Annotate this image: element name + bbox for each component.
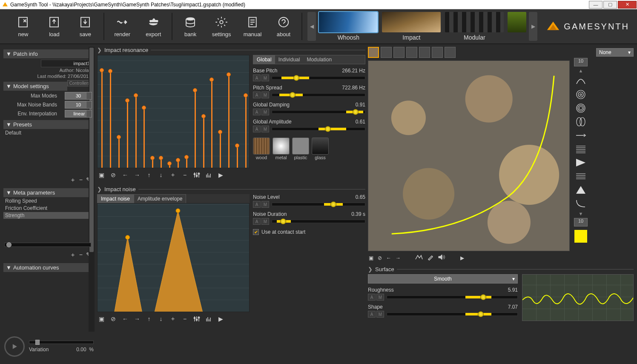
double-spiral-icon[interactable] xyxy=(574,102,588,114)
roughness-slider[interactable] xyxy=(387,295,518,299)
material-plastic[interactable]: plastic xyxy=(292,138,309,161)
res-add-icon[interactable]: ＋ xyxy=(169,171,177,179)
play-button[interactable] xyxy=(4,336,25,357)
texture-slot-4[interactable] xyxy=(406,47,417,58)
render-button[interactable]: render xyxy=(108,12,137,41)
canvas-clear-icon[interactable]: ⊘ xyxy=(378,255,382,261)
noise-sliders-icon[interactable] xyxy=(192,315,201,323)
section-model-settings[interactable]: ▼ Model settings xyxy=(3,82,67,91)
noise-up-icon[interactable]: ↑ xyxy=(145,315,153,323)
canvas-select-icon[interactable]: ▣ xyxy=(369,255,373,261)
amplitude-slider[interactable] xyxy=(272,127,365,131)
material-glass[interactable]: glass xyxy=(312,138,329,161)
noise-graph[interactable] xyxy=(97,203,250,312)
tab-amp-envelope[interactable]: Amplitude envelope xyxy=(134,194,186,203)
burst-tool-icon[interactable] xyxy=(574,184,588,196)
curve-tool-icon[interactable] xyxy=(574,198,588,209)
canvas-next-icon[interactable]: → xyxy=(396,255,401,261)
close-button[interactable]: ✕ xyxy=(618,1,637,9)
noise-add-icon[interactable]: ＋ xyxy=(169,315,177,323)
load-button[interactable]: load xyxy=(40,12,69,41)
texture-slot-6[interactable] xyxy=(432,47,443,58)
left-scrollbar[interactable] xyxy=(89,47,95,332)
max-noise-input[interactable]: 10 xyxy=(65,101,92,109)
meta-item-friction[interactable]: Friction Coefficient xyxy=(3,205,92,212)
section-meta[interactable]: ▼ Meta parameters xyxy=(3,188,92,197)
noise-eq-icon[interactable] xyxy=(204,315,213,323)
res-left-icon[interactable]: ← xyxy=(121,171,129,179)
noise-down-icon[interactable]: ↓ xyxy=(157,315,165,323)
preset-remove-icon[interactable]: − xyxy=(79,176,83,184)
env-interp-select[interactable]: linear xyxy=(65,110,92,118)
meta-remove-icon[interactable]: − xyxy=(79,251,83,259)
texture-slot-3[interactable] xyxy=(393,47,405,58)
noise-level-slider[interactable] xyxy=(272,203,365,206)
texture-slot-5[interactable] xyxy=(419,47,430,58)
base-pitch-slider[interactable] xyxy=(272,76,365,80)
tab-scroll-left[interactable]: ◀ xyxy=(307,12,316,41)
save-button[interactable]: save xyxy=(71,12,100,41)
res-right-icon[interactable]: → xyxy=(133,171,141,179)
settings-button[interactable]: settings xyxy=(207,12,236,41)
material-metal[interactable]: metal xyxy=(273,138,290,161)
texture-canvas[interactable] xyxy=(368,60,570,251)
tab-extra[interactable] xyxy=(507,12,527,41)
res-play-icon[interactable]: ▶ xyxy=(216,171,225,179)
noise-play-icon[interactable]: ▶ xyxy=(216,315,225,323)
resonance-graph[interactable] xyxy=(97,55,250,168)
scroll-down-icon[interactable]: ▼ xyxy=(579,211,583,216)
patch-name[interactable]: impact1 xyxy=(41,60,92,67)
a-button[interactable]: A xyxy=(253,75,261,81)
color-swatch[interactable] xyxy=(574,230,587,243)
tool-top-num[interactable]: 10 xyxy=(574,58,588,66)
noise-left-icon[interactable]: ← xyxy=(121,315,129,323)
minimize-button[interactable]: — xyxy=(589,1,603,9)
oval-tool-icon[interactable] xyxy=(574,116,588,128)
bank-button[interactable]: bank xyxy=(176,12,205,41)
section-patch-info[interactable]: ▼ Patch info xyxy=(3,49,92,58)
variation-slider[interactable] xyxy=(29,341,94,344)
export-button[interactable]: export xyxy=(139,12,168,41)
arc-tool-icon[interactable] xyxy=(574,75,588,87)
res-down-icon[interactable]: ↓ xyxy=(157,171,165,179)
line-tool-icon[interactable] xyxy=(574,129,588,141)
tab-whoosh[interactable]: Whoosh xyxy=(318,12,379,41)
texture-slot-2[interactable] xyxy=(381,47,392,58)
noise-clear-icon[interactable]: ⊘ xyxy=(109,315,118,323)
shape-slider[interactable] xyxy=(387,312,518,316)
preset-default[interactable]: Default xyxy=(3,129,92,136)
damping-slider[interactable] xyxy=(272,110,365,114)
tab-modular[interactable]: Modular xyxy=(444,12,505,41)
about-button[interactable]: about xyxy=(269,12,298,41)
canvas-prev-icon[interactable]: ← xyxy=(386,255,391,261)
manual-button[interactable]: manual xyxy=(238,12,267,41)
canvas-play-icon[interactable]: ▶ xyxy=(460,255,464,261)
preset-add-icon[interactable]: ＋ xyxy=(70,176,76,184)
texture-slot-1[interactable] xyxy=(368,47,379,58)
material-wood[interactable]: wood xyxy=(253,138,270,161)
meta-add-icon[interactable]: ＋ xyxy=(70,251,76,259)
res-sliders-icon[interactable] xyxy=(192,171,201,179)
res-eq-icon[interactable] xyxy=(204,171,213,179)
res-up-icon[interactable]: ↑ xyxy=(145,171,153,179)
pitch-spread-slider[interactable] xyxy=(272,93,365,97)
res-select-icon[interactable]: ▣ xyxy=(97,171,106,179)
noise-select-icon[interactable]: ▣ xyxy=(97,315,106,323)
texture-slot-7[interactable] xyxy=(445,47,456,58)
meta-slider[interactable] xyxy=(4,243,91,247)
m-button[interactable]: M xyxy=(261,75,269,81)
section-automation[interactable]: ▼ Automation curves xyxy=(3,263,92,272)
tab-individual[interactable]: Individual xyxy=(275,55,304,64)
use-contact-checkbox[interactable]: ✔Use at contact start xyxy=(253,229,365,235)
res-remove-icon[interactable]: − xyxy=(181,171,189,179)
tab-modulation[interactable]: Modulation xyxy=(303,55,335,64)
noise-duration-slider[interactable] xyxy=(272,220,365,223)
new-button[interactable]: new xyxy=(9,12,38,41)
wedge-tool-icon[interactable] xyxy=(574,157,588,169)
overlay-select[interactable]: None xyxy=(596,48,634,57)
section-presets[interactable]: ▼ Presets xyxy=(3,120,92,129)
res-clear-icon[interactable]: ⊘ xyxy=(109,171,118,179)
tab-impact[interactable]: Impact xyxy=(381,12,442,41)
spiral-tool-icon[interactable] xyxy=(574,89,588,100)
tab-global[interactable]: Global xyxy=(253,55,275,64)
